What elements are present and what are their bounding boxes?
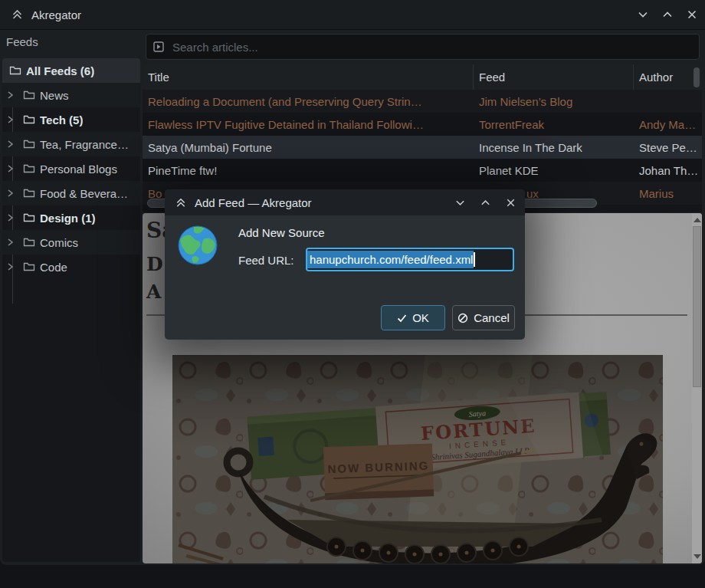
close-icon[interactable]	[504, 197, 517, 209]
sidebar-item-tech[interactable]: Tech (5)	[2, 107, 140, 132]
article-row-selected[interactable]: Satya (Mumbai) Fortune Incense In The Da…	[143, 136, 702, 159]
cancel-slash-icon	[457, 313, 468, 324]
article-feed: Jim Nielsen’s Blog	[474, 90, 634, 113]
folder-icon	[9, 65, 21, 76]
folder-icon	[23, 163, 35, 174]
titlebar: Akregator	[0, 0, 705, 30]
ok-button[interactable]: OK	[381, 305, 445, 330]
article-feed: Planet KDE	[474, 159, 634, 182]
ok-button-label: OK	[412, 311, 429, 324]
article-title: Reloading a Document (and Preserving Que…	[143, 90, 474, 113]
folder-icon	[23, 90, 35, 100]
sidebar-item-news[interactable]: News	[2, 83, 140, 107]
maximize-icon[interactable]	[661, 8, 674, 21]
folder-icon	[23, 139, 35, 149]
sidebar-item-comics[interactable]: Comics	[2, 230, 140, 255]
sidebar-item-label: Code	[40, 261, 67, 274]
feeds-panel-header: Feeds	[6, 35, 38, 48]
search-input[interactable]: Search articles...	[146, 34, 700, 60]
desktop: Akregator Feeds	[0, 0, 705, 588]
sidebar-item-label: Tech (5)	[40, 113, 83, 126]
article-author	[634, 90, 702, 113]
text-caret	[474, 252, 475, 267]
sidebar-item-label: Comics	[40, 236, 78, 249]
feed-url-selected-text: hanupchurch.com/feed/feed.xml	[307, 251, 474, 268]
sidebar-item-label: Tea, Fragrance…	[40, 138, 129, 151]
scroll-up-icon[interactable]	[694, 218, 701, 222]
minimize-icon[interactable]	[636, 8, 650, 21]
expander-chevron-icon[interactable]	[7, 113, 14, 126]
scroll-down-icon[interactable]	[694, 554, 701, 559]
sidebar-item-tea-fragrance[interactable]: Tea, Fragrance…	[2, 132, 140, 156]
column-header-title[interactable]: Title	[143, 64, 474, 90]
article-author: Steve Pe…	[634, 136, 702, 159]
globe-icon	[177, 225, 218, 266]
scrollbar-thumb[interactable]	[693, 226, 701, 387]
checkmark-icon	[397, 314, 407, 323]
expander-chevron-icon[interactable]	[7, 187, 14, 200]
expander-chevron-icon[interactable]	[7, 212, 14, 225]
expander-chevron-icon[interactable]	[7, 163, 14, 176]
expander-chevron-icon[interactable]	[7, 138, 14, 151]
folder-icon	[23, 188, 35, 199]
dialog-heading: Add New Source	[238, 226, 325, 239]
sidebar-item-label: Personal Blogs	[40, 163, 117, 176]
sidebar-item-label: All Feeds (6)	[26, 64, 94, 77]
maximize-icon[interactable]	[479, 197, 492, 209]
article-feed: TorrentFreak	[474, 113, 634, 136]
sidebar-item-code[interactable]: Code	[2, 255, 140, 279]
article-title: Satya (Mumbai) Fortune	[143, 136, 474, 159]
article-title: PineTime ftw!	[143, 159, 474, 182]
close-icon[interactable]	[685, 8, 699, 21]
minimize-icon[interactable]	[454, 197, 467, 209]
column-header-feed[interactable]: Feed	[474, 64, 634, 90]
akregator-window: Akregator Feeds	[0, 0, 705, 565]
dialog-titlebar: Add Feed — Akregator	[165, 189, 525, 215]
cancel-button[interactable]: Cancel	[452, 305, 515, 330]
article-feed: Incense In The Dark	[474, 136, 634, 159]
sidebar-item-design[interactable]: Design (1)	[2, 205, 140, 230]
sidebar-item-label: Design (1)	[40, 212, 96, 225]
cancel-button-label: Cancel	[474, 311, 510, 324]
folder-icon	[23, 114, 35, 125]
shade-window-icon[interactable]	[11, 8, 24, 21]
folder-icon	[23, 212, 35, 223]
add-feed-dialog: Add Feed — Akregator	[165, 189, 525, 340]
sidebar-item-label: Food & Bevera…	[40, 187, 128, 200]
window-title: Akregator	[31, 8, 81, 21]
sidebar-item-food-beverage[interactable]: Food & Bevera…	[2, 181, 140, 205]
search-placeholder: Search articles...	[172, 41, 258, 54]
article-headline-fragment: A	[146, 281, 161, 303]
article-title: Flawless IPTV Fugitive Detained in Thail…	[143, 113, 474, 136]
column-header-author[interactable]: Author	[634, 64, 702, 90]
article-list-header: Title Feed Author	[143, 64, 702, 90]
expander-chevron-icon[interactable]	[7, 261, 14, 274]
article-author: Marius	[634, 182, 702, 205]
feed-url-input[interactable]: hanupchurch.com/feed/feed.xml	[306, 248, 514, 271]
expander-chevron-icon[interactable]	[7, 236, 14, 249]
list-vertical-scrollbar[interactable]	[694, 67, 700, 87]
shade-window-icon[interactable]	[175, 197, 187, 209]
expander-chevron-icon[interactable]	[7, 89, 14, 102]
sidebar-item-all-feeds[interactable]: All Feeds (6)	[2, 58, 140, 83]
article-row[interactable]: Flawless IPTV Fugitive Detained in Thail…	[143, 113, 702, 136]
article-view-scrollbar[interactable]	[692, 213, 702, 563]
article-row[interactable]: PineTime ftw! Planet KDE Johan Th…	[143, 159, 702, 182]
feed-url-label: Feed URL:	[238, 254, 294, 267]
feed-tree: All Feeds (6) News Tech (5) Tea, Fragran…	[2, 58, 140, 562]
dialog-title: Add Feed — Akregator	[195, 196, 312, 209]
sidebar-item-personal-blogs[interactable]: Personal Blogs	[2, 156, 140, 181]
filter-icon	[152, 41, 165, 53]
article-headline-fragment: D	[146, 253, 163, 275]
article-row[interactable]: Reloading a Document (and Preserving Que…	[143, 90, 702, 113]
article-author: Johan Th…	[634, 159, 702, 182]
folder-icon	[23, 261, 35, 272]
folder-icon	[23, 237, 35, 248]
article-author: Andy Ma…	[634, 113, 702, 136]
article-photo-incense-boat: Satya FORTUNE INCENSE Shrinivas Sugandha…	[172, 355, 663, 563]
sidebar-item-label: News	[40, 89, 69, 102]
